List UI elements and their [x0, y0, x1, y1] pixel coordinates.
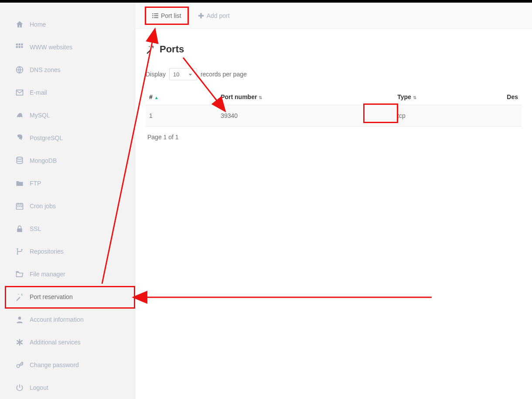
- calendar-icon: [15, 202, 24, 210]
- svg-point-7: [17, 157, 22, 159]
- sidebar-item-e-mail[interactable]: E-mail: [6, 81, 129, 104]
- tab-label: Port list: [161, 12, 181, 19]
- tab-label: Add port: [207, 12, 230, 19]
- magic-icon: [146, 45, 155, 54]
- svg-point-16: [18, 316, 21, 320]
- sidebar-item-logout[interactable]: Logout: [6, 376, 129, 399]
- lock-icon: [15, 224, 24, 233]
- folder-icon: [15, 179, 24, 188]
- svg-rect-1: [19, 44, 20, 45]
- user-icon: [15, 315, 24, 324]
- home-icon: [15, 20, 24, 29]
- sidebar-item-account-information[interactable]: Account information: [6, 308, 129, 331]
- svg-point-13: [17, 248, 18, 250]
- ports-table: #▲ Port number⇅ Type⇅ Des 139340tcp: [146, 89, 522, 127]
- svg-rect-22: [154, 15, 158, 16]
- sidebar-item-label: DNS zones: [30, 66, 61, 73]
- tab-add-port[interactable]: Add port: [191, 7, 237, 25]
- key-icon: [15, 361, 24, 369]
- postgresql-icon: [15, 134, 24, 142]
- sidebar-item-file-manager[interactable]: File manager: [6, 263, 129, 285]
- mysql-icon: [15, 111, 24, 120]
- sidebar-item-label: Repositories: [30, 248, 64, 255]
- pagination-info: Page 1 of 1: [146, 127, 522, 148]
- svg-rect-0: [16, 44, 18, 45]
- sidebar-item-dns-zones[interactable]: DNS zones: [6, 58, 129, 81]
- svg-rect-9: [17, 206, 19, 207]
- sidebar-item-ssl[interactable]: SSL: [6, 217, 129, 240]
- display-label-pre: Display: [146, 71, 166, 78]
- sidebar-item-port-reservation[interactable]: Port reservation: [6, 285, 129, 308]
- tabs-bar: Port list Add port: [135, 3, 532, 29]
- svg-rect-18: [152, 13, 153, 14]
- page-title-text: Ports: [160, 44, 184, 55]
- sidebar-item-label: Port reservation: [30, 293, 73, 300]
- database-icon: [15, 156, 24, 165]
- sidebar-item-label: PostgreSQL: [30, 134, 63, 141]
- sidebar-item-label: FTP: [30, 180, 41, 187]
- tab-port-list[interactable]: Port list: [145, 7, 189, 25]
- envelope-icon: [15, 88, 24, 97]
- sidebar-item-ftp[interactable]: FTP: [6, 172, 129, 195]
- svg-rect-23: [154, 17, 158, 18]
- sidebar-item-home[interactable]: Home: [6, 13, 129, 36]
- sidebar-item-repositories[interactable]: Repositories: [6, 240, 129, 263]
- sidebar-item-label: Additional services: [30, 339, 81, 346]
- col-header-num[interactable]: #▲: [146, 89, 217, 105]
- svg-rect-5: [21, 46, 23, 48]
- cell-des: [503, 105, 522, 127]
- table-length-control: Display 10 records per page: [146, 68, 522, 89]
- col-header-port[interactable]: Port number⇅: [217, 89, 394, 105]
- branch-icon: [15, 247, 24, 256]
- svg-rect-11: [21, 206, 22, 207]
- table-row[interactable]: 139340tcp: [146, 105, 522, 127]
- sidebar-item-mongodb[interactable]: MongoDB: [6, 149, 129, 172]
- svg-rect-10: [19, 206, 20, 207]
- app-container: HomeWWW websitesDNS zonesE-mailMySQLPost…: [0, 3, 532, 399]
- globe-icon: [15, 65, 24, 74]
- sidebar-item-mysql[interactable]: MySQL: [6, 104, 129, 127]
- power-icon: [15, 383, 24, 392]
- svg-rect-20: [152, 17, 153, 18]
- sidebar-item-cron-jobs[interactable]: Cron jobs: [6, 195, 129, 217]
- cell-type: tcp: [394, 105, 503, 127]
- page-length-select[interactable]: 10: [169, 68, 197, 80]
- sidebar-item-label: SSL: [30, 225, 41, 232]
- main-content: Port list Add port Ports Display 10: [135, 3, 532, 399]
- sidebar-item-label: Logout: [30, 384, 48, 391]
- magic-icon: [15, 292, 24, 301]
- sidebar-item-label: Home: [30, 21, 46, 28]
- sidebar-item-www-websites[interactable]: WWW websites: [6, 36, 129, 58]
- sidebar-item-label: Cron jobs: [30, 203, 56, 210]
- sidebar-item-label: MongoDB: [30, 157, 57, 164]
- svg-rect-3: [16, 46, 18, 48]
- svg-rect-12: [17, 228, 22, 232]
- sidebar-item-label: E-mail: [30, 89, 47, 96]
- folder-open-icon: [15, 270, 24, 279]
- sidebar-item-postgresql[interactable]: PostgreSQL: [6, 127, 129, 149]
- svg-rect-2: [21, 44, 23, 45]
- sidebar: HomeWWW websitesDNS zonesE-mailMySQLPost…: [0, 3, 135, 399]
- grid-icon: [15, 43, 24, 52]
- svg-point-15: [21, 249, 22, 250]
- col-header-des[interactable]: Des: [503, 89, 522, 105]
- sidebar-item-additional-services[interactable]: Additional services: [6, 331, 129, 354]
- page-title: Ports: [146, 39, 522, 68]
- sort-icon: ⇅: [413, 95, 416, 100]
- content-area: Ports Display 10 records per page #▲ Po: [135, 29, 532, 148]
- cell-num: 1: [146, 105, 217, 127]
- svg-point-14: [17, 253, 18, 255]
- svg-rect-21: [154, 13, 158, 14]
- display-label-post: records per page: [201, 71, 247, 78]
- asterisk-icon: [15, 338, 24, 347]
- col-header-type[interactable]: Type⇅: [394, 89, 503, 105]
- sidebar-item-label: WWW websites: [30, 44, 72, 51]
- plus-icon: [198, 13, 204, 19]
- list-icon: [152, 13, 158, 19]
- sidebar-item-label: File manager: [30, 271, 65, 278]
- sidebar-item-change-password[interactable]: Change password: [6, 354, 129, 376]
- sidebar-item-label: Account information: [30, 316, 84, 323]
- sidebar-item-label: Change password: [30, 361, 79, 368]
- sort-icon: ⇅: [259, 95, 262, 100]
- sidebar-item-label: MySQL: [30, 112, 50, 119]
